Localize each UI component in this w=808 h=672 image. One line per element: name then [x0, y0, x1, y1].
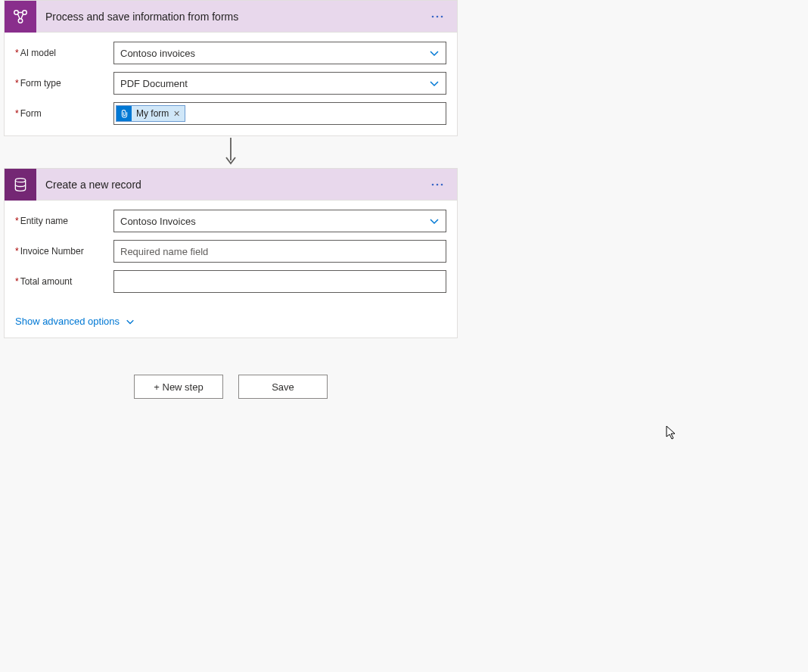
- show-advanced-options-link[interactable]: Show advanced options: [15, 316, 135, 327]
- footer-actions: + New step Save: [4, 375, 458, 399]
- svg-point-8: [437, 183, 439, 185]
- ai-builder-icon: [5, 1, 36, 33]
- form-type-value: PDF Document: [120, 78, 188, 89]
- entity-name-select[interactable]: Contoso Invoices: [113, 210, 446, 232]
- card-title: Create a new record: [36, 179, 425, 191]
- connector-arrow: [4, 136, 458, 168]
- svg-point-6: [15, 178, 25, 182]
- chevron-down-icon: [429, 78, 440, 89]
- invoice-number-placeholder: Required name field: [120, 246, 208, 257]
- entity-name-value: Contoso Invoices: [120, 216, 196, 227]
- ai-model-select[interactable]: Contoso invoices: [113, 42, 446, 64]
- entity-name-label: Entity name: [15, 216, 113, 226]
- token-remove-icon[interactable]: ✕: [173, 109, 180, 119]
- step-create-record: Create a new record Entity name Contoso …: [4, 168, 458, 338]
- chevron-down-icon: [126, 317, 135, 326]
- save-button[interactable]: Save: [238, 375, 328, 399]
- form-type-select[interactable]: PDF Document: [113, 72, 446, 95]
- chevron-down-icon: [429, 216, 440, 226]
- card-header[interactable]: Process and save information from forms: [5, 1, 457, 33]
- more-menu-button[interactable]: [425, 173, 449, 197]
- step-process-forms: Process and save information from forms …: [4, 0, 458, 136]
- svg-point-2: [18, 18, 23, 23]
- chevron-down-icon: [429, 48, 440, 58]
- invoice-number-label: Invoice Number: [15, 246, 113, 257]
- form-type-label: Form type: [15, 78, 113, 89]
- more-menu-button[interactable]: [425, 5, 449, 29]
- new-step-button[interactable]: + New step: [134, 375, 223, 399]
- invoice-number-input[interactable]: Required name field: [113, 240, 446, 263]
- svg-point-5: [441, 15, 443, 17]
- form-token[interactable]: My form ✕: [116, 105, 185, 122]
- total-amount-input[interactable]: [113, 270, 446, 293]
- svg-point-4: [437, 15, 439, 17]
- form-input[interactable]: My form ✕: [113, 102, 446, 125]
- svg-point-7: [432, 183, 434, 185]
- svg-point-9: [441, 183, 443, 185]
- attachment-icon: [117, 106, 132, 121]
- advanced-options-label: Show advanced options: [15, 316, 120, 327]
- database-icon: [5, 169, 36, 201]
- total-amount-label: Total amount: [15, 276, 113, 287]
- card-title: Process and save information from forms: [36, 11, 425, 23]
- ai-model-value: Contoso invoices: [120, 48, 195, 59]
- ai-model-label: AI model: [15, 48, 113, 58]
- token-label: My form: [136, 108, 169, 119]
- form-label: Form: [15, 108, 113, 119]
- svg-point-3: [432, 15, 434, 17]
- cursor-icon: [666, 425, 678, 443]
- card-header[interactable]: Create a new record: [5, 169, 457, 201]
